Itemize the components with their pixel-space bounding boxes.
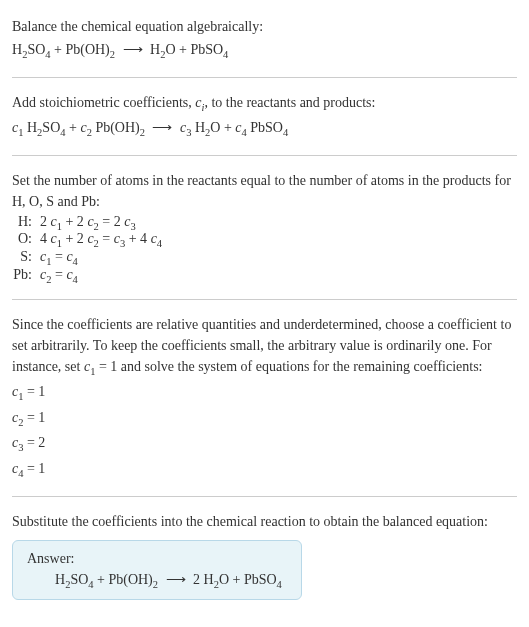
solution-line: c3 = 2 [12, 432, 517, 456]
atom-expr: 4 c1 + 2 c2 = c3 + 4 c4 [40, 231, 162, 249]
atoms-text: Set the number of atoms in the reactants… [12, 170, 517, 212]
section-coeffs: Add stoichiometric coefficients, ci, to … [12, 84, 517, 149]
divider [12, 496, 517, 497]
atom-row: H: 2 c1 + 2 c2 = 2 c3 [12, 214, 162, 232]
atom-label: S: [12, 249, 40, 267]
atom-label: O: [12, 231, 40, 249]
atom-equations: H: 2 c1 + 2 c2 = 2 c3 O: 4 c1 + 2 c2 = c… [12, 214, 162, 285]
divider [12, 155, 517, 156]
section-problem: Balance the chemical equation algebraica… [12, 8, 517, 71]
coeffs-equation: c1 H2SO4 + c2 Pb(OH)2 ⟶ c3 H2O + c4 PbSO… [12, 117, 517, 141]
atom-label: H: [12, 214, 40, 232]
atom-row: O: 4 c1 + 2 c2 = c3 + 4 c4 [12, 231, 162, 249]
answer-box: Answer: H2SO4 + Pb(OH)2 ⟶ 2 H2O + PbSO4 [12, 540, 302, 601]
substitute-text: Substitute the coefficients into the che… [12, 511, 517, 532]
section-answer: Substitute the coefficients into the che… [12, 503, 517, 607]
atom-expr: c2 = c4 [40, 267, 162, 285]
atom-label: Pb: [12, 267, 40, 285]
balanced-equation: H2SO4 + Pb(OH)2 ⟶ 2 H2O + PbSO4 [27, 571, 287, 590]
atom-expr: c1 = c4 [40, 249, 162, 267]
unbalanced-equation: H2SO4 + Pb(OH)2 ⟶ H2O + PbSO4 [12, 39, 517, 63]
coeffs-text: Add stoichiometric coefficients, ci, to … [12, 92, 517, 116]
atom-row: S: c1 = c4 [12, 249, 162, 267]
atom-row: Pb: c2 = c4 [12, 267, 162, 285]
problem-title: Balance the chemical equation algebraica… [12, 16, 517, 37]
answer-label: Answer: [27, 551, 287, 567]
solution-line: c1 = 1 [12, 381, 517, 405]
solution-line: c4 = 1 [12, 458, 517, 482]
solve-text: Since the coefficients are relative quan… [12, 314, 517, 380]
section-atoms: Set the number of atoms in the reactants… [12, 162, 517, 293]
section-solve: Since the coefficients are relative quan… [12, 306, 517, 490]
atom-expr: 2 c1 + 2 c2 = 2 c3 [40, 214, 162, 232]
divider [12, 77, 517, 78]
divider [12, 299, 517, 300]
solution-line: c2 = 1 [12, 407, 517, 431]
